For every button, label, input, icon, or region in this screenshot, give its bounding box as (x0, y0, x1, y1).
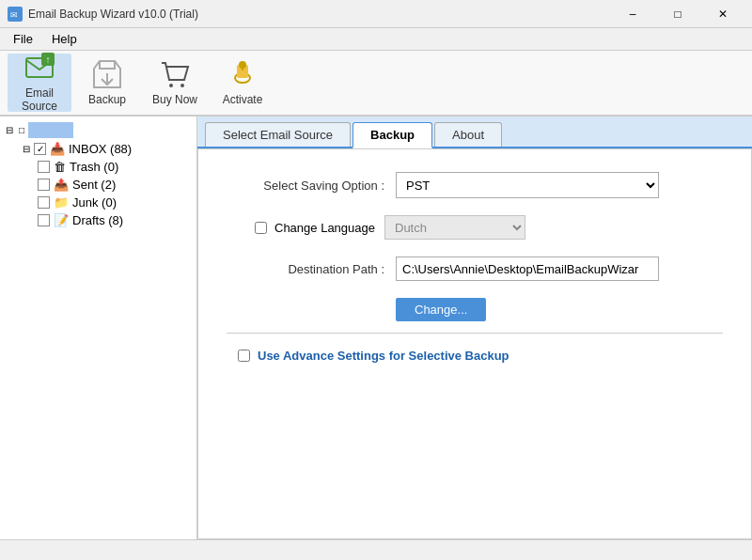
window-title: Email Backup Wizard v10.0 (Trial) (28, 8, 198, 21)
junk-label: Junk (0) (72, 195, 117, 210)
maximize-button[interactable]: □ (656, 0, 699, 28)
svg-point-8 (180, 84, 184, 87)
toolbar-activate[interactable]: Activate (211, 54, 274, 112)
toolbar: ↑ Email Source Backup Buy Now (0, 51, 752, 117)
account-item (28, 122, 73, 138)
advance-settings-label: Use Advance Settings for Selective Backu… (258, 349, 509, 363)
tree-trash[interactable]: 🗑 Trash (0) (4, 158, 193, 176)
toolbar-email-source[interactable]: ↑ Email Source (8, 54, 71, 112)
backup-tab-content: Select Saving Option : PST PDF EML MSG M… (197, 148, 752, 539)
buy-now-icon (160, 59, 190, 89)
saving-option-row: Select Saving Option : PST PDF EML MSG M… (227, 172, 723, 198)
activate-icon (227, 59, 258, 89)
language-select[interactable]: Dutch (384, 215, 525, 240)
destination-path-input[interactable] (396, 257, 659, 281)
inbox-icon: 📥 (50, 142, 65, 156)
app-icon: ✉ (8, 7, 23, 22)
window-controls: – □ ✕ (611, 0, 744, 28)
inbox-checkbox[interactable]: ✓ (34, 143, 46, 155)
sent-icon: 📤 (54, 178, 69, 192)
toolbar-buy-now[interactable]: Buy Now (143, 54, 207, 112)
trash-icon: 🗑 (54, 160, 66, 174)
tree-drafts[interactable]: 📝 Drafts (8) (4, 211, 193, 229)
menu-file[interactable]: File (4, 30, 42, 48)
trash-label: Trash (0) (70, 160, 118, 174)
email-source-icon: ↑ (24, 53, 55, 83)
drafts-icon: 📝 (54, 213, 69, 227)
advance-settings-row: Use Advance Settings for Selective Backu… (227, 349, 723, 363)
svg-text:✉: ✉ (10, 10, 18, 20)
status-bar (0, 539, 752, 560)
content-area: Select Email Source Backup About Select … (197, 117, 752, 539)
language-row: Change Language Dutch (227, 215, 723, 240)
email-source-label: Email Source (8, 86, 71, 113)
drafts-checkbox[interactable] (38, 214, 50, 226)
menu-bar: File Help (0, 28, 752, 51)
buy-now-label: Buy Now (152, 93, 197, 106)
minimize-button[interactable]: – (611, 0, 654, 28)
trash-checkbox[interactable] (38, 161, 50, 173)
svg-point-7 (169, 84, 173, 87)
toolbar-backup[interactable]: Backup (75, 54, 139, 112)
inbox-label: INBOX (88) (69, 142, 132, 156)
tree-junk[interactable]: 📁 Junk (0) (4, 194, 193, 211)
tree-inbox[interactable]: ⊟ ✓ 📥 INBOX (88) (4, 140, 193, 158)
svg-text:↑: ↑ (46, 54, 51, 65)
tree-sent[interactable]: 📤 Sent (2) (4, 176, 193, 194)
saving-option-label: Select Saving Option : (227, 179, 396, 193)
tab-backup[interactable]: Backup (352, 122, 432, 148)
saving-option-control: PST PDF EML MSG MBOX HTML (396, 172, 723, 198)
junk-checkbox[interactable] (38, 196, 50, 209)
main-layout: ⊟ □ ⊟ ✓ 📥 INBOX (88) 🗑 Trash (0) 📤 Sent … (0, 117, 752, 539)
tabs-bar: Select Email Source Backup About (197, 117, 752, 148)
change-language-checkbox[interactable] (255, 222, 267, 234)
junk-icon: 📁 (54, 195, 69, 210)
title-bar: ✉ Email Backup Wizard v10.0 (Trial) – □ … (0, 0, 752, 28)
close-button[interactable]: ✕ (701, 0, 744, 28)
activate-label: Activate (223, 93, 263, 106)
change-language-label: Change Language (274, 221, 375, 235)
tab-select-email-source[interactable]: Select Email Source (205, 122, 351, 147)
saving-option-select[interactable]: PST PDF EML MSG MBOX HTML (396, 172, 659, 198)
backup-icon (92, 59, 122, 89)
tab-about[interactable]: About (434, 122, 502, 147)
drafts-label: Drafts (8) (72, 213, 123, 227)
sent-label: Sent (2) (72, 178, 116, 192)
sidebar: ⊟ □ ⊟ ✓ 📥 INBOX (88) 🗑 Trash (0) 📤 Sent … (0, 117, 197, 539)
tree-root[interactable]: ⊟ □ (4, 120, 193, 140)
backup-label: Backup (88, 93, 126, 106)
destination-path-row: Destination Path : (227, 257, 723, 281)
divider (227, 333, 723, 334)
destination-path-label: Destination Path : (227, 262, 396, 276)
menu-help[interactable]: Help (42, 30, 86, 48)
sent-checkbox[interactable] (38, 179, 50, 191)
change-button[interactable]: Change... (396, 298, 486, 321)
advance-settings-checkbox[interactable] (238, 350, 250, 362)
